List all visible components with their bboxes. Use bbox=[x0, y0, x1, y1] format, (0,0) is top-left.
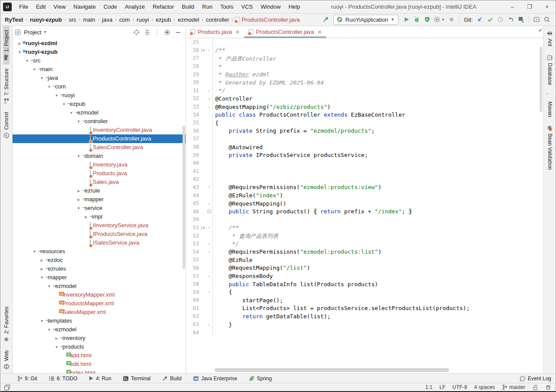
project-scrollbar[interactable] bbox=[183, 126, 185, 269]
breadcrumb-item[interactable]: controller bbox=[205, 16, 230, 23]
tree-item-salescontroller-java[interactable]: SalesController.java bbox=[13, 143, 186, 152]
toolwindow-button-1-project[interactable]: 1: Project bbox=[3, 26, 10, 65]
tree-item-products[interactable]: ▼products bbox=[13, 343, 186, 351]
fold-marker-icon[interactable]: ▾ bbox=[206, 225, 212, 229]
code-line[interactable]: 33▴@RequestMapping("/ezbiz/products") bbox=[186, 103, 543, 111]
code-line[interactable]: 57▴ @ResponseBody bbox=[186, 272, 543, 280]
tree-collapse-icon[interactable]: ▶ bbox=[76, 189, 82, 193]
code-line[interactable]: 29 * @author ezdml bbox=[186, 70, 543, 78]
fold-marker-icon[interactable]: ▴ bbox=[206, 105, 212, 109]
fold-marker-icon[interactable]: ▾ bbox=[206, 48, 212, 52]
tree-expand-icon[interactable]: ▼ bbox=[61, 102, 67, 106]
breadcrumb-item[interactable]: main bbox=[82, 16, 96, 23]
menu-run[interactable]: Run bbox=[198, 0, 216, 13]
code-line[interactable]: 36 private String prefix = "ezmodel/prod… bbox=[186, 127, 543, 135]
tree-expand-icon[interactable]: ▼ bbox=[76, 154, 82, 158]
tree-item-salesmapper-xml[interactable]: SalesMapper.xml bbox=[13, 308, 186, 317]
code-line[interactable]: 42 bbox=[186, 175, 543, 183]
code-line[interactable]: 45▴ @RequestMapping() bbox=[186, 199, 543, 208]
tree-item-iinventoryservice-java[interactable]: IInventoryService.java bbox=[13, 221, 186, 230]
code-line[interactable]: 40 bbox=[186, 159, 543, 167]
code-line[interactable]: 41 bbox=[186, 167, 543, 176]
code-line[interactable]: 52 * 查询产品表列表 bbox=[186, 232, 543, 240]
profiler-icon[interactable]: ▼ bbox=[432, 15, 446, 24]
tree-expand-icon[interactable]: ▼ bbox=[46, 328, 52, 332]
tree-item-inventory-java[interactable]: Inventory.java bbox=[13, 160, 186, 169]
tree-item-inventorymapper-xml[interactable]: InventoryMapper.xml bbox=[13, 291, 186, 299]
vcs-update-icon[interactable] bbox=[474, 15, 485, 24]
code-line[interactable]: 27 * 产品表Controller bbox=[186, 54, 543, 62]
code-line[interactable]: 30 * Generated by EZDML 2025-06-04 bbox=[186, 78, 543, 87]
breadcrumb-item[interactable]: ruoyi-ezpub bbox=[29, 16, 63, 23]
menu-navigate[interactable]: Navigate bbox=[69, 0, 99, 13]
editor-tab-products-java[interactable]: Products.java✕ bbox=[186, 26, 244, 38]
tree-collapse-icon[interactable]: ▶ bbox=[39, 258, 45, 262]
toolwindow-button-terminal[interactable]: Terminal bbox=[123, 376, 150, 382]
toolwindow-button-java-enterprise[interactable]: EEJava Enterprise bbox=[193, 376, 237, 382]
breadcrumb-file[interactable]: ProductsController.java bbox=[235, 16, 300, 23]
tree-expand-icon[interactable]: ▼ bbox=[32, 68, 37, 72]
code-line[interactable]: 60 startPage(); bbox=[186, 296, 543, 304]
tree-item-edit-html[interactable]: edit.html bbox=[13, 360, 186, 369]
minimize-button[interactable]: – bbox=[504, 0, 521, 13]
fold-marker-icon[interactable]: ▾ bbox=[206, 185, 212, 189]
tree-item-add-html[interactable]: add.html bbox=[13, 351, 186, 360]
code-line[interactable]: 58 public TableDataInfo list(Products pr… bbox=[186, 280, 543, 288]
maximize-button[interactable]: ❒ bbox=[521, 0, 538, 13]
coverage-icon[interactable] bbox=[422, 15, 432, 24]
code-line[interactable]: 39 private IProductsService productsServ… bbox=[186, 151, 543, 159]
editor-tab-productscontroller-java[interactable]: ProductsController.java✕ bbox=[244, 26, 326, 38]
locate-icon[interactable] bbox=[133, 29, 140, 36]
tree-expand-icon[interactable]: ▼ bbox=[39, 276, 45, 280]
code-line[interactable]: 64 bbox=[186, 328, 543, 336]
tree-expand-icon[interactable]: ▼ bbox=[46, 284, 52, 288]
close-button[interactable]: × bbox=[538, 0, 556, 13]
breadcrumb-item[interactable]: ezpub bbox=[155, 16, 172, 23]
run-icon[interactable] bbox=[401, 15, 412, 24]
tree-collapse-icon[interactable]: ▶ bbox=[54, 336, 59, 340]
menu-file[interactable]: File bbox=[15, 0, 32, 13]
line-separator[interactable]: LF bbox=[439, 384, 445, 390]
project-panel-title[interactable]: Project bbox=[24, 29, 41, 36]
fold-marker-icon[interactable]: ▾ bbox=[206, 97, 212, 101]
editor-vertical-scrollbar[interactable] bbox=[540, 47, 543, 112]
fold-marker-icon[interactable]: ▴ bbox=[206, 323, 212, 327]
tree-item-main[interactable]: ▼main bbox=[13, 65, 186, 74]
search-everywhere-icon[interactable] bbox=[542, 15, 552, 24]
fold-marker-icon[interactable]: ▴ bbox=[206, 88, 212, 92]
toolwindow-button-bean-validation[interactable]: Bean Validation bbox=[546, 121, 553, 173]
tree-item-inventory[interactable]: ▶inventory bbox=[13, 334, 186, 343]
code-line[interactable]: 46+ public String products() { return pr… bbox=[186, 207, 543, 216]
fold-marker-icon[interactable]: ▾ bbox=[206, 250, 212, 254]
fold-expand-icon[interactable]: + bbox=[207, 209, 211, 213]
tree-item-ezmodel[interactable]: ▼ezmodel bbox=[13, 325, 186, 334]
run-dashboard-icon[interactable] bbox=[531, 15, 542, 24]
tree-item-ezdoc[interactable]: ▶ezdoc bbox=[13, 256, 186, 265]
breadcrumb-item[interactable]: src bbox=[68, 16, 77, 23]
toolwindow-button-web[interactable]: Web bbox=[3, 346, 10, 373]
toolwindow-button-ant[interactable]: Ant bbox=[546, 26, 553, 50]
code-line[interactable]: 55 @EzRule bbox=[186, 256, 543, 264]
menu-edit[interactable]: Edit bbox=[32, 0, 49, 13]
tree-item-iproductsservice-java[interactable]: IProductsService.java bbox=[13, 230, 186, 238]
tree-item-resources[interactable]: ▼resources bbox=[13, 247, 186, 256]
toolwindow-button-7-structure[interactable]: 7: Structure bbox=[3, 65, 10, 108]
tree-collapse-icon[interactable]: ▶ bbox=[17, 42, 23, 46]
tree-item-domain[interactable]: ▼domain bbox=[13, 152, 186, 160]
tree-item-productsmapper-xml[interactable]: ProductsMapper.xml bbox=[13, 299, 186, 308]
close-tab-icon[interactable]: ✕ bbox=[235, 29, 240, 35]
fold-marker-icon[interactable]: ▴ bbox=[206, 202, 212, 206]
code-line[interactable]: 38 @Autowired bbox=[186, 143, 543, 151]
inspections-ok-icon[interactable]: ✔ bbox=[538, 27, 543, 33]
tree-item-templates[interactable]: ▼templates bbox=[13, 317, 186, 325]
menu-help[interactable]: Help bbox=[285, 0, 304, 13]
tree-item-ezrules[interactable]: ▶ezrules bbox=[13, 265, 186, 273]
collapse-all-icon[interactable] bbox=[144, 29, 150, 36]
code-line[interactable]: 54▾ @RequiresPermissions("ezmodel:produc… bbox=[186, 248, 543, 256]
tree-item-index-html[interactable]: index.html bbox=[13, 369, 186, 373]
tree-item-mapper[interactable]: ▶mapper bbox=[13, 195, 186, 204]
toolwindow-button-2-favorites[interactable]: 2: Favorites bbox=[3, 303, 10, 346]
tree-item-controller[interactable]: ▼controller bbox=[13, 117, 186, 126]
toolwindow-button-build[interactable]: Build bbox=[162, 376, 182, 382]
toolwindow-button-9-git[interactable]: 9: Git bbox=[17, 376, 37, 382]
